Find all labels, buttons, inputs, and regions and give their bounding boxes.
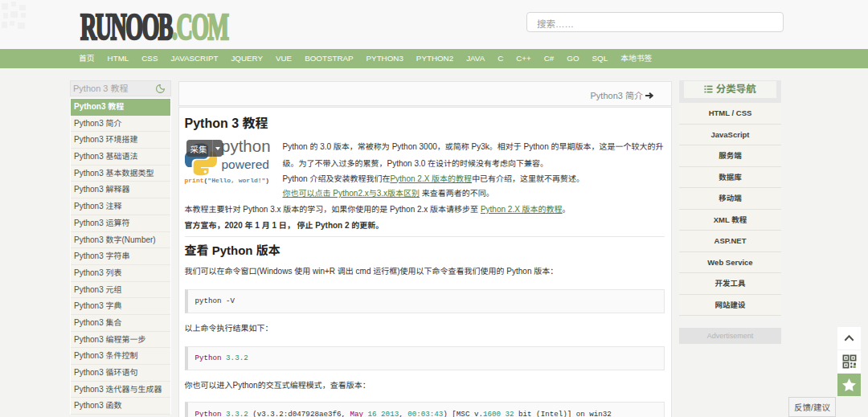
svg-text:powered: powered [221, 157, 268, 171]
svg-text:python: python [221, 139, 270, 155]
